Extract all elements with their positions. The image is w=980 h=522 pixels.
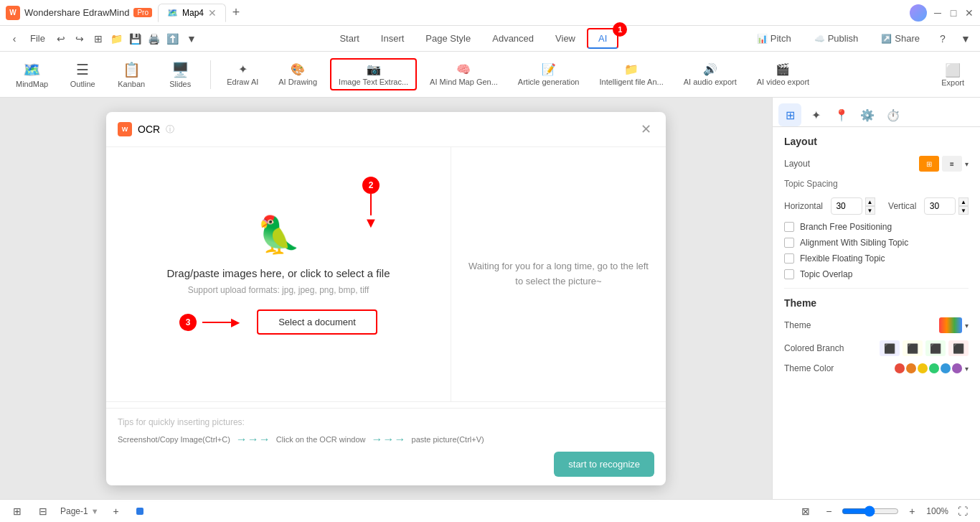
- theme-chevron[interactable]: ▾: [965, 322, 969, 330]
- layout-chevron[interactable]: ▾: [965, 160, 969, 168]
- tool-image-text[interactable]: 📷 Image Text Extrac...: [330, 58, 417, 90]
- close-btn[interactable]: ✕: [964, 8, 974, 18]
- nav-tab-ai[interactable]: AI 1: [587, 28, 618, 49]
- vertical-value[interactable]: [924, 197, 956, 215]
- theme-preview[interactable]: [939, 317, 962, 333]
- tool-edraw-ai[interactable]: ✦ Edraw AI: [220, 60, 265, 89]
- horizontal-value[interactable]: [831, 197, 862, 215]
- color-dot-yellow[interactable]: [918, 363, 928, 373]
- branch-opt-4[interactable]: ⬛: [948, 340, 969, 356]
- nav-tab-view[interactable]: View: [545, 29, 585, 47]
- redo-btn[interactable]: ↪: [71, 30, 88, 47]
- ocr-steps: Screenshot/Copy Image(Ctrl+C) →→→ Click …: [118, 433, 654, 446]
- tool-ai-mindmap[interactable]: 🧠 AI Mind Map Gen...: [423, 60, 505, 89]
- checkbox-alignment[interactable]: [784, 238, 794, 248]
- horizontal-down[interactable]: ▼: [865, 206, 875, 215]
- checkbox-topic-overlap[interactable]: [784, 269, 794, 279]
- vertical-down[interactable]: ▼: [958, 206, 969, 215]
- back-btn[interactable]: ‹: [6, 30, 23, 47]
- nav-tab-advanced[interactable]: Advanced: [482, 29, 544, 47]
- ocr-select-btn[interactable]: Select a document: [257, 309, 377, 335]
- status-icon1[interactable]: ⊞: [9, 503, 26, 520]
- spacing-row: Horizontal ▲ ▼ Vertical ▲ ▼: [784, 197, 969, 215]
- minimize-btn[interactable]: ─: [933, 8, 943, 18]
- nav-tab-pagestyle[interactable]: Page Style: [415, 29, 481, 47]
- branch-opt-3[interactable]: ⬛: [925, 340, 946, 356]
- share-btn[interactable]: ↗️ Share: [872, 30, 928, 47]
- tool-ai-video[interactable]: 🎬 AI video export: [750, 60, 816, 89]
- export-btn[interactable]: ⬆️: [164, 30, 182, 47]
- nav-tab-insert[interactable]: Insert: [371, 29, 415, 47]
- tab-map4[interactable]: 🗺️ Map4 ✕: [158, 4, 226, 22]
- toolbar: 🗺️ MindMap ☰ Outline 📋 Kanban 🖥️ Slides …: [0, 52, 980, 98]
- tool-outline[interactable]: ☰ Outline: [61, 58, 104, 91]
- new-tab-btn[interactable]: +: [227, 4, 245, 22]
- fit-btn[interactable]: ⊠: [797, 503, 814, 520]
- zoom-slider[interactable]: [842, 505, 899, 517]
- panel-tab-layout[interactable]: ⊞: [778, 103, 801, 126]
- color-dot-red[interactable]: [895, 363, 905, 373]
- page-dropdown[interactable]: ▼: [91, 507, 99, 516]
- user-avatar[interactable]: [910, 4, 927, 22]
- tool-intelligent-file[interactable]: 📁 Intelligent file An...: [592, 60, 670, 89]
- color-dot-orange[interactable]: [906, 363, 916, 373]
- maximize-btn[interactable]: □: [948, 8, 958, 18]
- settings-btn[interactable]: ▼: [957, 30, 974, 47]
- color-dot-purple[interactable]: [952, 363, 962, 373]
- branch-opt-2[interactable]: ⬛: [903, 340, 923, 356]
- fullscreen-btn[interactable]: ⛶: [954, 503, 971, 520]
- canvas-area[interactable]: 2 ▼ W OCR ⓘ ✕ 🦜 Drag/paste images here, …: [0, 98, 772, 499]
- horizontal-up[interactable]: ▲: [865, 197, 875, 206]
- theme-color-chevron[interactable]: ▾: [965, 365, 969, 373]
- publish-btn[interactable]: ☁️ Publish: [806, 30, 867, 47]
- checkbox-branch-free[interactable]: [784, 222, 794, 232]
- undo-btn[interactable]: ↩: [52, 30, 70, 47]
- app-logo: W Wondershare EdrawMind Pro: [6, 6, 152, 20]
- layout-btn-grid[interactable]: ⊞: [919, 156, 939, 172]
- tool-ai-drawing[interactable]: 🎨 AI Drawing: [271, 60, 324, 89]
- panel-tab-ai[interactable]: ✦: [804, 103, 827, 126]
- ocr-close-btn[interactable]: ✕: [637, 121, 654, 138]
- more-btn[interactable]: ▼: [183, 30, 200, 47]
- layout-row: Layout ⊞ ≡ ▾: [784, 156, 969, 172]
- tool-export[interactable]: ⬜ Export: [934, 60, 971, 90]
- app-logo-icon: W: [6, 6, 20, 20]
- layout-btn-list[interactable]: ≡: [942, 156, 962, 172]
- panel-tab-settings[interactable]: ⏱️: [882, 103, 905, 126]
- tool-mindmap[interactable]: 🗺️ MindMap: [9, 58, 55, 91]
- theme-row: Theme ▾: [784, 317, 969, 333]
- tool-slides[interactable]: 🖥️ Slides: [159, 58, 202, 91]
- open-btn[interactable]: 📁: [108, 30, 126, 47]
- panel-tabs: ⊞ ✦ 📍 ⚙️ ⏱️: [773, 98, 980, 127]
- ocr-upload-text: Drag/paste images here, or click to sele…: [167, 267, 390, 279]
- tool-kanban[interactable]: 📋 Kanban: [110, 58, 153, 91]
- help-btn[interactable]: ?: [934, 30, 951, 47]
- tab-close-btn[interactable]: ✕: [208, 7, 217, 19]
- color-dot-blue[interactable]: [941, 363, 951, 373]
- status-icon2[interactable]: ⊟: [34, 503, 52, 520]
- color-dot-green[interactable]: [929, 363, 939, 373]
- print-btn[interactable]: 🖨️: [146, 30, 163, 47]
- panel-tab-style[interactable]: ⚙️: [856, 103, 879, 126]
- file-menu[interactable]: File: [26, 31, 50, 46]
- pitch-btn[interactable]: 📊 Pitch: [748, 30, 800, 47]
- nav-tab-start[interactable]: Start: [329, 29, 369, 47]
- branch-opt-1[interactable]: ⬛: [880, 340, 900, 356]
- ocr-recognize-btn[interactable]: start to recognize: [554, 452, 654, 477]
- vertical-input: ▲ ▼: [924, 197, 969, 215]
- tool-article-gen[interactable]: 📝 Article generation: [511, 60, 587, 89]
- vertical-up[interactable]: ▲: [958, 197, 969, 206]
- zoom-in-btn[interactable]: +: [903, 503, 920, 520]
- article-gen-label: Article generation: [518, 78, 580, 86]
- menu-left: ‹ File ↩ ↪ ⊞ 📁 💾 🖨️ ⬆️ ▼: [6, 30, 200, 47]
- mindmap-icon: 🗺️: [23, 61, 41, 78]
- panel-tab-location[interactable]: 📍: [830, 103, 853, 126]
- intelligent-file-label: Intelligent file An...: [599, 78, 663, 86]
- ocr-step1-arrow: →→→: [236, 433, 270, 446]
- new-btn[interactable]: ⊞: [90, 30, 107, 47]
- checkbox-flexible[interactable]: [784, 253, 794, 264]
- tool-ai-audio[interactable]: 🔊 AI audio export: [677, 60, 744, 89]
- save-btn[interactable]: 💾: [127, 30, 144, 47]
- zoom-out-btn[interactable]: −: [820, 503, 837, 520]
- add-page-btn[interactable]: +: [108, 503, 125, 520]
